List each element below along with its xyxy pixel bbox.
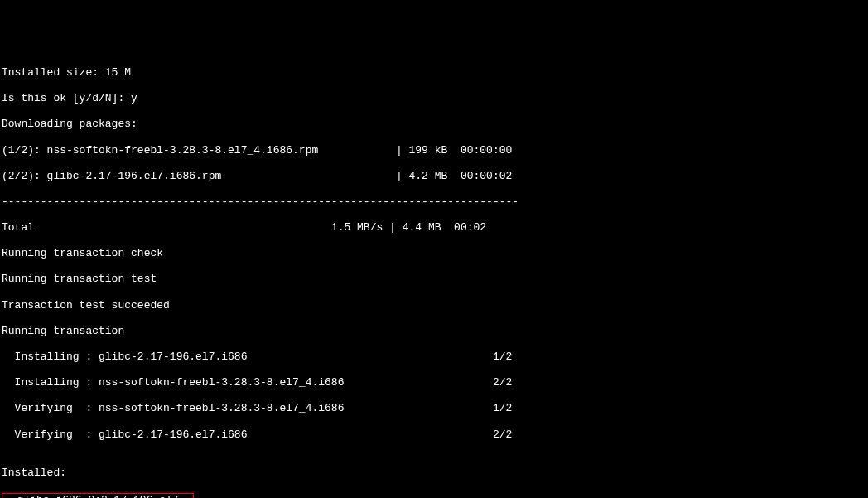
output-line: (1/2): nss-softokn-freebl-3.28.3-8.el7_4… <box>2 144 866 157</box>
output-line: Verifying : nss-softokn-freebl-3.28.3-8.… <box>2 402 866 415</box>
output-line: Running transaction check <box>2 247 866 260</box>
output-line: Transaction test succeeded <box>2 299 866 312</box>
output-line: Running transaction test <box>2 273 866 286</box>
output-line: Installed: <box>2 467 866 480</box>
output-line: Installing : glibc-2.17-196.el7.i686 1/2 <box>2 351 866 364</box>
output-line: ----------------------------------------… <box>2 196 866 209</box>
output-line: Installing : nss-softokn-freebl-3.28.3-8… <box>2 376 866 389</box>
output-line: Downloading packages: <box>2 118 866 131</box>
output-line: Verifying : glibc-2.17-196.el7.i686 2/2 <box>2 428 866 442</box>
output-line: Running transaction <box>2 325 866 338</box>
output-line: Is this ok [y/d/N]: y <box>2 92 866 105</box>
glibc-package-box: glibc.i686 0:2.17-196.el7 <box>2 493 194 498</box>
output-line: Installed size: 15 M <box>2 66 866 80</box>
output-line: Total 1.5 MB/s | 4.4 MB 00:02 <box>2 221 866 234</box>
highlighted-package: glibc.i686 0:2.17-196.el7 <box>2 493 866 498</box>
terminal-output[interactable]: Installed size: 15 M Is this ok [y/d/N]:… <box>2 53 866 498</box>
output-line: (2/2): glibc-2.17-196.el7.i686.rpm | 4.2… <box>2 170 866 183</box>
